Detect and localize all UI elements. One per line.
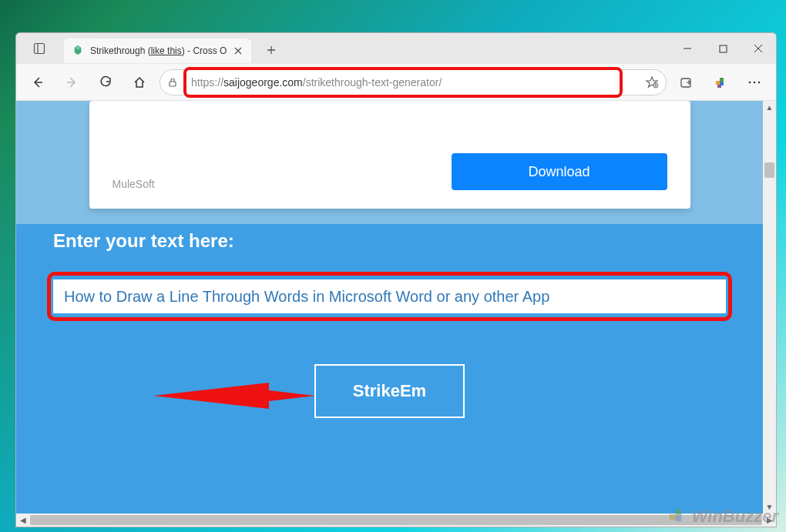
- browser-toolbar: https://saijogeorge.com/strikethrough-te…: [16, 64, 776, 101]
- text-input-wrapper: [53, 279, 726, 313]
- window-maximize-button[interactable]: [705, 33, 741, 64]
- svg-point-26: [754, 81, 756, 83]
- svg-marker-28: [153, 383, 315, 409]
- browser-tab[interactable]: Strikethrough (like this) - Cross O: [64, 38, 251, 63]
- close-tab-icon[interactable]: [233, 45, 244, 56]
- window-close-button[interactable]: [741, 33, 776, 64]
- svg-rect-30: [675, 510, 681, 516]
- tab-actions-icon[interactable]: [27, 36, 52, 61]
- tab-favicon-icon: [72, 45, 84, 57]
- site-info-lock-icon[interactable]: [165, 77, 180, 88]
- vertical-scrollbar[interactable]: ▲ ▼: [763, 101, 776, 527]
- svg-rect-22: [720, 78, 724, 82]
- page-body: MuleSoft Download Enter your text here: …: [16, 101, 763, 514]
- tab-title: Strikethrough (like this) - Cross O: [90, 45, 227, 56]
- forward-button: [58, 69, 86, 96]
- svg-rect-9: [720, 45, 727, 52]
- url-text[interactable]: https://saijogeorge.com/strikethrough-te…: [191, 76, 643, 89]
- svg-rect-31: [675, 515, 681, 521]
- extension-icon[interactable]: [707, 69, 734, 96]
- scroll-thumb[interactable]: [764, 162, 774, 178]
- new-tab-button[interactable]: [259, 38, 284, 62]
- page-viewport: MuleSoft Download Enter your text here: …: [16, 101, 776, 527]
- address-bar[interactable]: https://saijogeorge.com/strikethrough-te…: [160, 69, 667, 95]
- svg-rect-0: [35, 44, 45, 54]
- svg-point-27: [758, 81, 761, 83]
- action-row: StrikeEm: [53, 364, 726, 418]
- add-favorite-icon[interactable]: [643, 75, 661, 89]
- svg-point-25: [749, 81, 751, 83]
- settings-menu-button[interactable]: [741, 69, 768, 96]
- svg-rect-21: [716, 81, 720, 85]
- back-button[interactable]: [24, 69, 52, 96]
- window-minimize-button[interactable]: [670, 33, 705, 64]
- site-body: MuleSoft Download Enter your text here: …: [16, 101, 763, 514]
- watermark: WinBuzzer: [666, 506, 778, 527]
- text-input[interactable]: [53, 279, 726, 313]
- input-prompt-label: Enter your text here:: [53, 230, 726, 252]
- window-controls: [670, 33, 776, 64]
- scroll-thumb-h[interactable]: [30, 515, 762, 525]
- ad-card: MuleSoft Download: [89, 101, 690, 209]
- scroll-left-icon[interactable]: ◀: [16, 514, 29, 527]
- annotation-arrow-icon: [153, 369, 323, 423]
- horizontal-scrollbar[interactable]: ◀ ▶: [16, 514, 776, 527]
- svg-rect-24: [717, 85, 721, 88]
- strikeem-button[interactable]: StrikeEm: [314, 364, 465, 418]
- home-button[interactable]: [126, 69, 153, 96]
- refresh-button[interactable]: [92, 69, 119, 96]
- download-button[interactable]: Download: [452, 153, 667, 190]
- watermark-text: WinBuzzer: [692, 507, 778, 527]
- watermark-logo-icon: [666, 506, 687, 527]
- collections-button[interactable]: [673, 69, 700, 96]
- svg-rect-14: [170, 82, 176, 86]
- svg-rect-29: [669, 514, 675, 520]
- browser-tab-bar: Strikethrough (like this) - Cross O: [16, 33, 776, 64]
- ad-brand-label: MuleSoft: [113, 178, 155, 190]
- browser-window: Strikethrough (like this) - Cross O: [15, 32, 777, 527]
- scroll-up-icon[interactable]: ▲: [763, 101, 776, 114]
